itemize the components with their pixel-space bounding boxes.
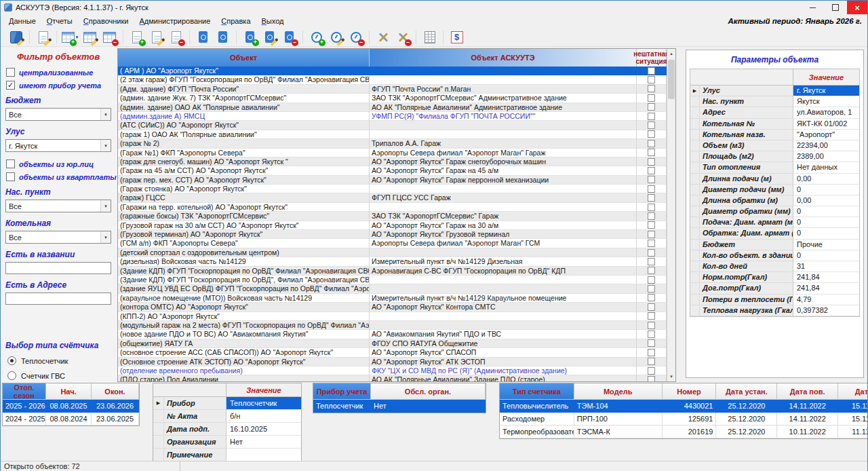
- param-row[interactable]: ▶Улусг. Якутск: [690, 86, 859, 96]
- emergency-cell[interactable]: [637, 358, 667, 366]
- object-cell[interactable]: (ПДО старое) Пол.Авиалинии: [118, 375, 370, 381]
- has-meter-checkbox-row[interactable]: имеют прибор учета: [6, 81, 111, 90]
- cell[interactable]: 10.11.2022: [777, 426, 838, 438]
- emergency-checkbox[interactable]: [648, 312, 655, 320]
- object-cell[interactable]: (адмиин.здание А) ЯМСЦ: [118, 112, 370, 121]
- emergency-cell[interactable]: [637, 284, 667, 293]
- object-cell[interactable]: (караульное помещение (МТО)) Войсковая ч…: [118, 294, 370, 303]
- has-meter-checkbox[interactable]: [6, 81, 15, 90]
- column-header[interactable]: Отоп. сезон: [3, 383, 46, 400]
- meter-delete-button[interactable]: [347, 29, 365, 45]
- rent-objects-checkbox[interactable]: [6, 172, 15, 181]
- vertical-scrollbar[interactable]: ▲ ▼: [667, 49, 675, 381]
- emergency-cell[interactable]: [637, 303, 667, 312]
- cell[interactable]: 2024 - 2025: [3, 413, 46, 426]
- table-row[interactable]: (отделение временного пребывания)ФКУ "ЦХ…: [118, 366, 675, 375]
- object-cell[interactable]: (общежитие) ЯАТУ ГА: [118, 339, 370, 348]
- heat-meter-radio[interactable]: [7, 356, 16, 365]
- param-row[interactable]: Обратка: Диам. армат (мм)0: [690, 228, 859, 239]
- table-row[interactable]: (модульный гараж на 2 места) ФГУП "Госко…: [118, 321, 675, 330]
- emergency-cell[interactable]: [637, 257, 667, 266]
- emergency-cell[interactable]: [637, 366, 667, 375]
- emergency-cell[interactable]: [637, 203, 667, 212]
- device-add-button[interactable]: [241, 29, 259, 45]
- emergency-cell[interactable]: [637, 103, 667, 112]
- param-value[interactable]: 241,84: [793, 283, 859, 294]
- askuute-cell[interactable]: ЗАО ТЗК "АэропортГСМсервис" Администрати…: [370, 94, 637, 102]
- object-cell[interactable]: (гаражные боксы) ТЗК "АэропортГСМсервис": [118, 212, 370, 221]
- cell[interactable]: Тепловычислитель: [500, 400, 574, 413]
- param-row[interactable]: Длинна подачи (м)0,00: [690, 174, 859, 185]
- device-prop-row[interactable]: Примечание: [153, 449, 301, 461]
- table-row[interactable]: (ГСМ а/п) ФКП "Аэропорты Севера"Аэропорт…: [118, 239, 675, 248]
- object-cell[interactable]: (здание ЯУЦ УВД ЕС ОрВД) ФГУП "Госкорпор…: [118, 284, 370, 293]
- column-header[interactable]: Дата устан.: [716, 383, 777, 400]
- cell[interactable]: Расходомер: [500, 413, 574, 426]
- emergency-checkbox[interactable]: [648, 204, 655, 211]
- cell[interactable]: 11.11.2022: [838, 426, 867, 438]
- column-header-askuute[interactable]: Объект АСКУУТЭ: [370, 49, 637, 67]
- table-row[interactable]: ТермопреобразовательТЭСМА-К20161925.12.2…: [500, 426, 867, 438]
- param-row[interactable]: Адресул.Авиаторов, 1: [690, 107, 859, 118]
- object-cell[interactable]: (Грузовой терминал) АО "Аэропорт Якутск": [118, 230, 370, 239]
- emergency-cell[interactable]: [637, 294, 667, 303]
- period-edit-button[interactable]: [81, 29, 99, 45]
- cell[interactable]: 14.11.2022: [777, 413, 838, 426]
- table-row[interactable]: (2 этаж гараж) ФГУП "Госкорпорация по Ор…: [118, 75, 675, 84]
- param-value[interactable]: 0,00: [793, 195, 859, 206]
- param-value[interactable]: ЯКТ-КК 01/002: [793, 119, 859, 130]
- param-row[interactable]: Нас. пунктЯкутск: [690, 96, 859, 107]
- scroll-down-icon[interactable]: ▼: [667, 372, 675, 381]
- emergency-checkbox[interactable]: [648, 376, 655, 381]
- table-row[interactable]: РасходомерПРП-10012569125.12.202014.11.2…: [500, 413, 867, 426]
- param-value[interactable]: 0: [793, 206, 859, 217]
- table-row[interactable]: (админ. здание Жук. 7) ТЗК "АэропортГСМс…: [118, 94, 675, 102]
- param-value[interactable]: г. Якутск: [793, 86, 859, 96]
- object-cell[interactable]: (гараж) ГЦСС: [118, 193, 370, 202]
- param-value[interactable]: 0: [793, 217, 859, 228]
- object-cell[interactable]: (гараж для снегоуб. машин) АО "Аэропорт …: [118, 157, 370, 166]
- cell[interactable]: Теплосчетчик: [313, 400, 371, 413]
- table-row[interactable]: (Грузовой гараж на 30 а/м ССТ) АО "Аэроп…: [118, 221, 675, 230]
- askuute-cell[interactable]: [370, 121, 637, 130]
- column-header-object[interactable]: Объект: [118, 49, 370, 67]
- param-row[interactable]: Котельная назв."Аэропорт": [690, 130, 859, 140]
- param-row[interactable]: Кол-во объект. в здании0: [690, 250, 859, 261]
- emergency-checkbox[interactable]: [648, 140, 655, 147]
- meter-add-button[interactable]: [307, 29, 326, 45]
- param-row[interactable]: Тепловая нагрузка (Гкал/ч)0,397382: [690, 305, 859, 316]
- chevron-down-icon[interactable]: ▼: [100, 140, 111, 151]
- emergency-checkbox[interactable]: [648, 249, 655, 257]
- journal-button[interactable]: [7, 29, 25, 45]
- cell[interactable]: 15.11.2022: [838, 413, 867, 426]
- emergency-cell[interactable]: [637, 139, 667, 148]
- param-value[interactable]: 2389,00: [793, 151, 859, 162]
- object-cell[interactable]: (контора ОМТС) АО "Аэропорт Якутск": [118, 303, 370, 312]
- emergency-checkbox[interactable]: [648, 149, 655, 156]
- emergency-cell[interactable]: [637, 176, 667, 185]
- meter-edit-button[interactable]: [327, 29, 345, 45]
- askuute-cell[interactable]: АО "Аэропорт Якутск" Гараж перронной мех…: [370, 176, 637, 185]
- emergency-cell[interactable]: [637, 248, 667, 257]
- askuute-cell[interactable]: ФГУП ГЦСС УСС Гараж: [370, 193, 637, 202]
- askuute-cell[interactable]: ФКУ "ЦХ и СО МВД по РС (Я)" (Администрат…: [370, 366, 637, 375]
- cell[interactable]: 25.12.2020: [716, 400, 777, 413]
- object-cell[interactable]: (админ. здание Жук. 7) ТЗК "АэропортГСМс…: [118, 94, 370, 102]
- param-row[interactable]: БюджетПрочие: [690, 240, 859, 250]
- askuute-cell[interactable]: [370, 67, 637, 75]
- ulus-select[interactable]: г. Якутск ▼: [5, 139, 111, 152]
- menu-item-администрирование[interactable]: Администрирование: [134, 16, 216, 26]
- emergency-cell[interactable]: [637, 348, 667, 357]
- emergency-checkbox[interactable]: [648, 158, 655, 166]
- askuute-cell[interactable]: [370, 248, 637, 257]
- object-cell[interactable]: (дизельная) Войсковая часть №14129: [118, 257, 370, 266]
- column-header[interactable]: Тип счетчика: [500, 383, 574, 400]
- param-row[interactable]: Норм.потр(Гкал)241,84: [690, 272, 859, 283]
- table-row[interactable]: ТепловычислительТЭМ-104443002125.12.2020…: [500, 400, 867, 413]
- column-header[interactable]: Прибор учета: [313, 383, 371, 400]
- emergency-cell[interactable]: [637, 157, 667, 166]
- askuute-cell[interactable]: Трипалов А.А. Гараж: [370, 139, 637, 148]
- column-header[interactable]: Дата пов.: [777, 383, 838, 400]
- device-prop-value[interactable]: Нет: [226, 436, 301, 449]
- param-row[interactable]: Площадь (м2)2389,00: [690, 151, 859, 162]
